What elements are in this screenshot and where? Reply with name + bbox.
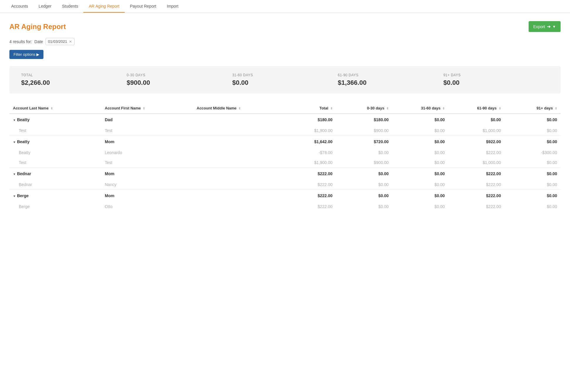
col-header-middle-name[interactable]: Account Middle Name ⇕ bbox=[193, 103, 285, 114]
col-header-61-90[interactable]: 61-90 days ⇕ bbox=[448, 103, 504, 114]
date-filter-tag[interactable]: 01/03/2021 ✕ bbox=[45, 38, 75, 45]
summary-total-label: TOTAL bbox=[21, 73, 127, 77]
cell-91-plus: $0.00 bbox=[505, 126, 561, 136]
expand-icon[interactable]: ▼ bbox=[13, 195, 16, 198]
table-row[interactable]: Berge Otto $222.00 $0.00 $0.00 $222.00 $… bbox=[9, 202, 561, 212]
table-header-row: Account Last Name ⇕ Account First Name ⇕… bbox=[9, 103, 561, 114]
summary-91-plus-value: $0.00 bbox=[443, 79, 549, 87]
nav-ledger[interactable]: Ledger bbox=[33, 0, 57, 13]
nav-accounts[interactable]: Accounts bbox=[6, 0, 33, 13]
cell-middle-name bbox=[193, 168, 285, 180]
cell-middle-name bbox=[193, 158, 285, 168]
cell-31-60: $0.00 bbox=[392, 158, 448, 168]
sort-total-icon: ⇕ bbox=[330, 107, 333, 110]
nav-ar-aging-report[interactable]: AR Aging Report bbox=[83, 0, 124, 13]
cell-middle-name bbox=[193, 136, 285, 148]
cell-0-30: $0.00 bbox=[336, 202, 392, 212]
summary-61-90-label: 61-90 DAYS bbox=[338, 73, 443, 77]
col-header-total[interactable]: Total ⇕ bbox=[285, 103, 336, 114]
date-value: 01/03/2021 bbox=[48, 39, 67, 44]
sort-last-name-icon: ⇕ bbox=[50, 107, 53, 110]
table-row[interactable]: Beatty Leonardo -$78.00 $0.00 $0.00 $222… bbox=[9, 148, 561, 158]
col-header-0-30[interactable]: 0-30 days ⇕ bbox=[336, 103, 392, 114]
cell-91-plus: -$300.00 bbox=[505, 148, 561, 158]
cell-total: $1,642.00 bbox=[285, 136, 336, 148]
cell-31-60: $0.00 bbox=[392, 190, 448, 202]
filter-options-label: Filter options ▶ bbox=[14, 52, 39, 57]
cell-first-name: Mom bbox=[101, 190, 193, 202]
summary-total-value: $2,266.00 bbox=[21, 79, 127, 87]
summary-0-30: 0-30 DAYS $900.00 bbox=[127, 73, 232, 87]
main-content: AR Aging Report Export ➜ ▼ 4 results for… bbox=[0, 13, 570, 220]
export-caret-icon: ▼ bbox=[552, 25, 556, 29]
cell-total: $222.00 bbox=[285, 202, 336, 212]
col-header-last-name[interactable]: Account Last Name ⇕ bbox=[9, 103, 101, 114]
sort-middle-name-icon: ⇕ bbox=[238, 107, 241, 110]
table-row[interactable]: ▼Beatty Dad $180.00 $180.00 $0.00 $0.00 … bbox=[9, 114, 561, 126]
table-row[interactable]: Bednar Nancy $222.00 $0.00 $0.00 $222.00… bbox=[9, 180, 561, 190]
cell-first-name: Leonardo bbox=[101, 148, 193, 158]
cell-91-plus: $0.00 bbox=[505, 190, 561, 202]
cell-last-name: ▼Beatty bbox=[9, 136, 101, 148]
cell-first-name: Dad bbox=[101, 114, 193, 126]
cell-0-30: $0.00 bbox=[336, 190, 392, 202]
cell-61-90: $0.00 bbox=[448, 114, 504, 126]
cell-61-90: $922.00 bbox=[448, 136, 504, 148]
expand-icon[interactable]: ▼ bbox=[13, 119, 16, 122]
cell-first-name: Mom bbox=[101, 136, 193, 148]
cell-61-90: $222.00 bbox=[448, 180, 504, 190]
nav-import[interactable]: Import bbox=[161, 0, 184, 13]
sort-first-name-icon: ⇕ bbox=[143, 107, 145, 110]
cell-0-30: $0.00 bbox=[336, 180, 392, 190]
cell-first-name: Test bbox=[101, 158, 193, 168]
results-text: 4 results for: bbox=[9, 39, 32, 44]
table-row[interactable]: ▼Bednar Mom $222.00 $0.00 $0.00 $222.00 … bbox=[9, 168, 561, 180]
cell-91-plus: $0.00 bbox=[505, 136, 561, 148]
cell-61-90: $1,000.00 bbox=[448, 126, 504, 136]
expand-icon[interactable]: ▼ bbox=[13, 173, 16, 176]
filter-options-button[interactable]: Filter options ▶ bbox=[9, 50, 43, 59]
data-table: Account Last Name ⇕ Account First Name ⇕… bbox=[9, 103, 561, 212]
cell-91-plus: $0.00 bbox=[505, 158, 561, 168]
cell-total: $1,900.00 bbox=[285, 158, 336, 168]
cell-first-name: Otto bbox=[101, 202, 193, 212]
cell-61-90: $222.00 bbox=[448, 202, 504, 212]
col-header-91-plus[interactable]: 91+ days ⇕ bbox=[505, 103, 561, 114]
cell-0-30: $900.00 bbox=[336, 158, 392, 168]
cell-0-30: $720.00 bbox=[336, 136, 392, 148]
cell-31-60: $0.00 bbox=[392, 148, 448, 158]
summary-31-60: 31-60 DAYS $0.00 bbox=[232, 73, 338, 87]
cell-31-60: $0.00 bbox=[392, 180, 448, 190]
export-button[interactable]: Export ➜ ▼ bbox=[529, 21, 561, 32]
cell-61-90: $222.00 bbox=[448, 190, 504, 202]
cell-middle-name bbox=[193, 114, 285, 126]
nav-payout-report[interactable]: Payout Report bbox=[125, 0, 162, 13]
sort-31-60-icon: ⇕ bbox=[442, 107, 445, 110]
export-arrow-icon: ➜ bbox=[547, 24, 551, 29]
table-row[interactable]: Test Test $1,900.00 $900.00 $0.00 $1,000… bbox=[9, 126, 561, 136]
table-row[interactable]: Test Test $1,900.00 $900.00 $0.00 $1,000… bbox=[9, 158, 561, 168]
cell-last-name: Beatty bbox=[9, 148, 101, 158]
cell-61-90: $1,000.00 bbox=[448, 158, 504, 168]
cell-middle-name bbox=[193, 190, 285, 202]
summary-31-60-value: $0.00 bbox=[232, 79, 338, 87]
summary-61-90: 61-90 DAYS $1,366.00 bbox=[338, 73, 443, 87]
cell-31-60: $0.00 bbox=[392, 202, 448, 212]
cell-middle-name bbox=[193, 202, 285, 212]
summary-61-90-value: $1,366.00 bbox=[338, 79, 443, 87]
nav-students[interactable]: Students bbox=[57, 0, 83, 13]
cell-31-60: $0.00 bbox=[392, 114, 448, 126]
cell-first-name: Mom bbox=[101, 168, 193, 180]
clear-date-button[interactable]: ✕ bbox=[69, 40, 72, 44]
col-header-first-name[interactable]: Account First Name ⇕ bbox=[101, 103, 193, 114]
table-row[interactable]: ▼Beatty Mom $1,642.00 $720.00 $0.00 $922… bbox=[9, 136, 561, 148]
table-row[interactable]: ▼Berge Mom $222.00 $0.00 $0.00 $222.00 $… bbox=[9, 190, 561, 202]
col-header-31-60[interactable]: 31-60 days ⇕ bbox=[392, 103, 448, 114]
cell-31-60: $0.00 bbox=[392, 126, 448, 136]
nav-bar: Accounts Ledger Students AR Aging Report… bbox=[0, 0, 570, 13]
cell-61-90: $222.00 bbox=[448, 168, 504, 180]
cell-total: $180.00 bbox=[285, 114, 336, 126]
expand-icon[interactable]: ▼ bbox=[13, 141, 16, 144]
cell-middle-name bbox=[193, 126, 285, 136]
sort-0-30-icon: ⇕ bbox=[386, 107, 389, 110]
